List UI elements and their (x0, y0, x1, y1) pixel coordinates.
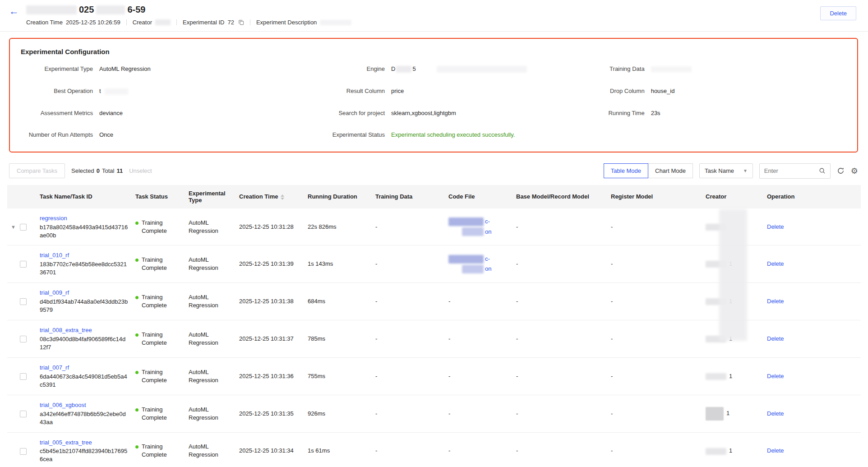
code-file-links[interactable]: c- on (448, 217, 509, 236)
field-label: Training Data (595, 65, 645, 72)
selected-count: 0 (97, 167, 100, 174)
field-label: Engine (325, 65, 385, 72)
task-register-model: - (607, 395, 702, 432)
compare-tasks-button[interactable]: Compare Tasks (9, 163, 65, 178)
field-label: Result Column (325, 88, 385, 94)
config-field-experimental-type: Experimental Type AutoML Regression (21, 65, 325, 73)
expand-row-icon[interactable]: ▼ (11, 224, 16, 231)
refresh-icon[interactable] (837, 167, 845, 175)
sort-icon[interactable] (281, 194, 284, 200)
config-field-search-for-project: Search for project sklearn,xgboost,light… (325, 110, 595, 116)
status-dot-icon (135, 408, 139, 412)
field-label: Search for project (325, 110, 385, 116)
row-checkbox[interactable] (20, 224, 27, 231)
delete-task-link[interactable]: Delete (767, 298, 784, 305)
field-value: sklearn,xgboost,lightgbm (391, 110, 456, 116)
task-register-model: - (607, 320, 702, 358)
task-running-duration: 785ms (304, 320, 372, 358)
task-creator: 1 (702, 320, 763, 358)
row-checkbox[interactable] (20, 298, 27, 305)
table-row: ▼ trial_006_xgboost a342ef46eff74878b6b5… (7, 395, 861, 432)
page-title-fragment: 6-59 (127, 5, 145, 15)
experimental-status-text: Experimental scheduling executed success… (391, 131, 515, 138)
config-field-experimental-status: Experimental Status Experimental schedul… (325, 131, 595, 138)
copy-icon[interactable] (238, 19, 244, 25)
task-register-model: - (607, 208, 702, 245)
task-training-data: - (372, 320, 445, 358)
task-status: Training Complete (142, 256, 174, 272)
delete-task-link[interactable]: Delete (767, 373, 784, 379)
code-file-link[interactable]: c- (485, 254, 490, 264)
delete-task-link[interactable]: Delete (767, 223, 784, 230)
task-status: Training Complete (142, 443, 174, 459)
experiment-meta-row: Creation Time 2025-12-25 10:26:59 Creato… (26, 19, 351, 26)
delete-task-link[interactable]: Delete (767, 335, 784, 342)
table-row: ▼ trial_005_extra_tree c5b45e1b21074ffd8… (7, 432, 861, 467)
search-input[interactable] (764, 167, 819, 174)
back-arrow-icon[interactable]: ← (9, 6, 19, 26)
task-status: Training Complete (142, 219, 174, 235)
unselect-button[interactable]: Unselect (129, 167, 152, 174)
task-running-duration: 926ms (304, 395, 372, 432)
code-file-value: - (448, 298, 450, 305)
task-training-data: - (372, 357, 445, 395)
code-file-value: - (448, 447, 450, 454)
task-name-link[interactable]: trial_009_rf (40, 289, 69, 296)
code-file-link[interactable]: c- (485, 217, 490, 227)
code-file-links[interactable]: c- on (448, 254, 509, 274)
delete-experiment-button[interactable]: Delete (820, 6, 856, 20)
task-experimental-type: AutoML Regression (185, 320, 235, 358)
creation-time-label: Creation Time (26, 19, 63, 26)
row-checkbox[interactable] (20, 411, 27, 417)
task-training-data: - (372, 245, 445, 283)
task-creator: 1 (702, 395, 763, 432)
field-value (651, 65, 692, 72)
redacted-creator-value (706, 261, 726, 268)
task-training-data: - (372, 208, 445, 245)
task-id: a342ef46eff74878b6b59c2ebe0d43aa (40, 410, 128, 426)
redacted-engine-block (437, 66, 527, 73)
redacted-creator-value (706, 407, 724, 421)
row-checkbox[interactable] (20, 373, 27, 380)
task-name-link[interactable]: trial_010_rf (40, 252, 69, 259)
table-row: ▼ regression b178a802458a4493a9415d43716… (7, 208, 861, 245)
select-column-header (7, 185, 36, 208)
code-file-value: - (448, 335, 450, 342)
task-name-link[interactable]: trial_005_extra_tree (40, 439, 92, 446)
task-status: Training Complete (142, 293, 174, 310)
settings-gear-icon[interactable]: ⚙ (851, 167, 858, 175)
filter-field-select[interactable]: Task Name ▼ (699, 163, 753, 178)
experimental-id-label: Experimental ID (183, 19, 224, 26)
delete-task-link[interactable]: Delete (767, 447, 784, 454)
task-register-model: - (607, 357, 702, 395)
chart-mode-button[interactable]: Chart Mode (648, 163, 693, 178)
row-checkbox[interactable] (20, 336, 27, 342)
field-value: price (391, 88, 404, 94)
creator-suffix: 1 (729, 335, 732, 342)
code-file-link[interactable]: on (485, 264, 491, 274)
task-name-link[interactable]: trial_006_xgboost (40, 402, 86, 408)
row-checkbox[interactable] (20, 261, 27, 268)
column-header-running-duration: Running Duration (304, 185, 372, 208)
column-header-task-name: Task Name/Task ID (36, 185, 132, 208)
search-icon[interactable] (819, 167, 826, 174)
task-base-model: - (512, 432, 607, 467)
task-id: d4bd1f934ab744a8a0ef43ddb23b9579 (40, 298, 128, 314)
task-name-link[interactable]: trial_007_rf (40, 364, 69, 371)
column-header-training-data: Training Data (372, 185, 445, 208)
code-file-link[interactable]: on (485, 227, 491, 237)
task-id: 183b7702c7e845b58ee8dcc532136701 (40, 260, 128, 277)
delete-task-link[interactable]: Delete (767, 260, 784, 267)
delete-task-link[interactable]: Delete (767, 410, 784, 417)
redacted-best-operation-block (105, 88, 128, 95)
field-value: D5 (391, 65, 527, 73)
task-creator: 1 (702, 357, 763, 395)
task-name-link[interactable]: regression (40, 215, 67, 222)
task-name-link[interactable]: trial_008_extra_tree (40, 327, 92, 333)
status-dot-icon (135, 333, 139, 337)
row-checkbox[interactable] (20, 448, 27, 455)
column-header-creation-time: Creation Time (235, 185, 304, 208)
redacted-code-block (448, 217, 484, 226)
status-dot-icon (135, 259, 139, 262)
table-mode-button[interactable]: Table Mode (604, 163, 648, 178)
